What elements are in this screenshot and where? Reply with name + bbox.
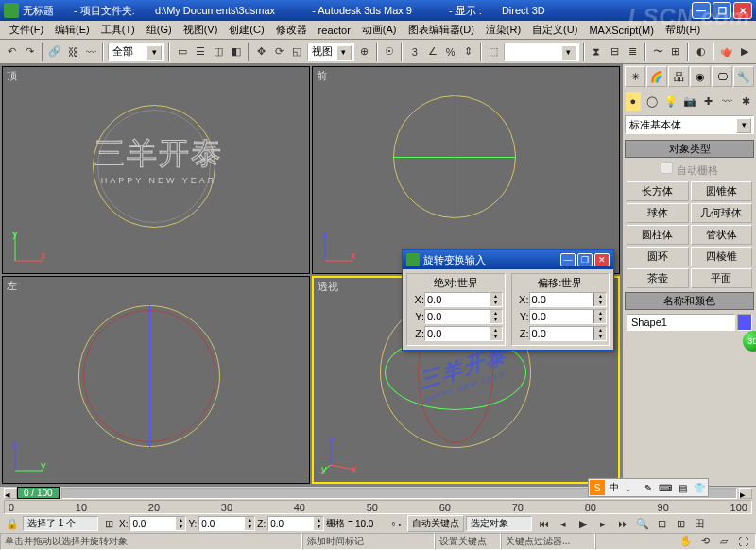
motion-tab[interactable]: ◉: [690, 66, 711, 87]
dialog-titlebar[interactable]: 旋转变换输入 — ❐ ✕: [403, 250, 613, 269]
ime-skin-icon[interactable]: 👕: [692, 480, 707, 495]
obj-teapot[interactable]: 茶壶: [627, 268, 689, 288]
viewport-top[interactable]: 顶 三羊开泰 HAPPY NEW YEAR xy: [2, 66, 310, 274]
display-tab[interactable]: 🖵: [712, 66, 732, 87]
manipulate-button[interactable]: ☉: [382, 42, 398, 62]
menu-tools[interactable]: 工具(T): [95, 22, 141, 38]
rollout-object-type[interactable]: 对象类型: [625, 140, 754, 158]
abs-x-input[interactable]: 0.0: [424, 292, 503, 307]
nav-zoom-button[interactable]: 🔍: [634, 516, 651, 531]
key-filter-button[interactable]: 关键点过滤器...: [501, 533, 595, 550]
minimize-button[interactable]: —: [692, 2, 711, 19]
geometry-button[interactable]: ●: [625, 91, 642, 112]
nav-zoom-extents-all-button[interactable]: 田: [691, 516, 708, 531]
abs-z-input[interactable]: 0.0: [424, 326, 503, 341]
play-button[interactable]: ▶: [574, 515, 593, 532]
menu-file[interactable]: 文件(F): [4, 22, 49, 38]
menu-graph[interactable]: 图表编辑器(D): [403, 22, 480, 38]
modify-tab[interactable]: 🌈: [646, 66, 667, 87]
ime-punct-icon[interactable]: 。: [624, 480, 639, 495]
object-color-swatch[interactable]: [737, 314, 752, 331]
rollout-name-color[interactable]: 名称和颜色: [625, 292, 754, 310]
goto-start-button[interactable]: ⏮: [534, 515, 553, 532]
viewport-front[interactable]: 前 xz: [312, 66, 620, 274]
selection-filter-combo[interactable]: 全部: [108, 43, 164, 61]
select-by-name-button[interactable]: ☰: [192, 42, 208, 62]
menu-group[interactable]: 组(G): [141, 22, 178, 38]
curve-editor-button[interactable]: 〜: [650, 42, 666, 62]
lights-button[interactable]: 💡: [662, 91, 679, 112]
obj-box[interactable]: 长方体: [627, 181, 689, 201]
render-scene-button[interactable]: 🫖: [718, 42, 734, 62]
menu-animation[interactable]: 动画(A): [356, 22, 403, 38]
abs-y-input[interactable]: 0.0: [424, 309, 503, 324]
ime-keyboard-icon[interactable]: ⌨: [658, 480, 673, 495]
status-z-input[interactable]: 0.0: [267, 516, 324, 531]
dialog-close-button[interactable]: ✕: [594, 253, 610, 266]
snap-button[interactable]: 3: [406, 42, 422, 62]
obj-geosphere[interactable]: 几何球体: [691, 203, 753, 223]
obj-cylinder[interactable]: 圆柱体: [627, 225, 689, 245]
nav-fov-button[interactable]: ▱: [715, 535, 732, 548]
spinner-snap-button[interactable]: ⇕: [460, 42, 476, 62]
schematic-button[interactable]: ⊞: [667, 42, 683, 62]
frame-indicator[interactable]: 0 / 100: [17, 487, 60, 499]
align-button[interactable]: ⊟: [607, 42, 623, 62]
slider-right-button[interactable]: ▸: [739, 488, 752, 499]
slider-left-button[interactable]: ◂: [4, 488, 17, 499]
status-x-input[interactable]: 0.0: [129, 516, 186, 531]
named-sel-combo[interactable]: [504, 43, 579, 61]
ime-menu-icon[interactable]: ▤: [675, 480, 690, 495]
nav-zoom-extents-button[interactable]: ⊞: [672, 516, 689, 531]
link-button[interactable]: 🔗: [47, 42, 63, 62]
rotate-button[interactable]: ⟳: [271, 42, 287, 62]
key-mode-button[interactable]: 🗝: [387, 516, 405, 531]
cameras-button[interactable]: 📷: [681, 91, 698, 112]
set-key-button[interactable]: 设置关键点: [435, 533, 501, 550]
key-target-combo[interactable]: 选定对象: [466, 516, 532, 531]
viewport-left[interactable]: 左 yz: [2, 276, 310, 484]
menu-create[interactable]: 创建(C): [223, 22, 269, 38]
auto-key-button[interactable]: 自动关键点: [407, 515, 464, 532]
material-editor-button[interactable]: ◐: [693, 42, 709, 62]
ime-pen-icon[interactable]: ✎: [641, 480, 656, 495]
ime-s-icon[interactable]: S: [590, 480, 605, 495]
close-button[interactable]: ✕: [733, 2, 752, 19]
redo-button[interactable]: ↷: [22, 42, 38, 62]
mirror-button[interactable]: ⧗: [589, 42, 605, 62]
nav-maximize-button[interactable]: ⛶: [734, 535, 751, 548]
create-tab[interactable]: ✳: [625, 66, 645, 87]
ime-toolbar[interactable]: S 中 。 ✎ ⌨ ▤ 👕: [588, 478, 709, 497]
menu-help[interactable]: 帮助(H): [660, 22, 706, 38]
named-sel-button[interactable]: ⬚: [486, 42, 502, 62]
obj-cone[interactable]: 圆锥体: [691, 181, 753, 201]
pivot-button[interactable]: ⊕: [356, 42, 372, 62]
nav-pan-button[interactable]: ✋: [678, 535, 695, 548]
move-button[interactable]: ✥: [253, 42, 269, 62]
shapes-button[interactable]: ◯: [644, 91, 661, 112]
status-y-input[interactable]: 0.0: [198, 516, 255, 531]
prev-frame-button[interactable]: ◂: [554, 515, 573, 532]
obj-tube[interactable]: 管状体: [691, 225, 753, 245]
menu-modifiers[interactable]: 修改器: [270, 22, 313, 38]
dialog-min-button[interactable]: —: [560, 253, 576, 266]
object-name-input[interactable]: Shape1: [627, 314, 735, 331]
scale-button[interactable]: ◱: [289, 42, 305, 62]
menu-views[interactable]: 视图(V): [178, 22, 224, 38]
off-x-input[interactable]: 0.0: [529, 292, 608, 307]
menu-maxscript[interactable]: MAXScript(M): [583, 24, 659, 37]
menu-render[interactable]: 渲染(R): [480, 22, 526, 38]
rotate-transform-dialog[interactable]: 旋转变换输入 — ❐ ✕ 绝对:世界 X:0.0 Y:0.0 Z:0.0 偏移:…: [402, 249, 614, 351]
select-button[interactable]: ▭: [174, 42, 190, 62]
time-tag-cell[interactable]: 添加时间标记: [302, 533, 435, 550]
menu-reactor[interactable]: reactor: [313, 24, 356, 37]
obj-sphere[interactable]: 球体: [627, 203, 689, 223]
helpers-button[interactable]: ✚: [699, 91, 716, 112]
menu-custom[interactable]: 自定义(U): [526, 22, 583, 38]
nav-zoom-all-button[interactable]: ⊡: [653, 516, 670, 531]
obj-torus[interactable]: 圆环: [627, 247, 689, 266]
ref-coord-combo[interactable]: 视图: [307, 43, 354, 61]
obj-pyramid[interactable]: 四棱锥: [691, 247, 753, 266]
maximize-button[interactable]: ❐: [713, 2, 731, 19]
utilities-tab[interactable]: 🔧: [733, 66, 754, 87]
